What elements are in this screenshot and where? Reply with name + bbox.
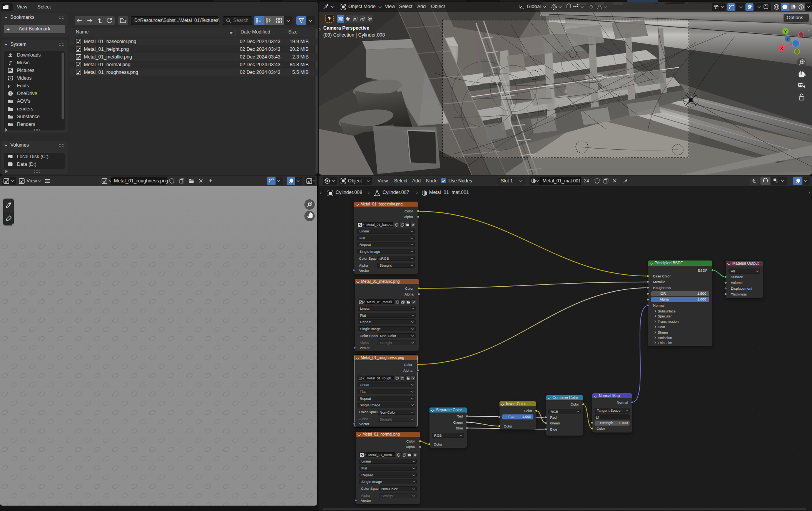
svg-text:X: X [780,47,783,50]
svg-text:Y: Y [784,30,787,33]
svg-text:Z: Z [787,38,789,41]
svg-text:‹: ‹ [808,28,810,32]
